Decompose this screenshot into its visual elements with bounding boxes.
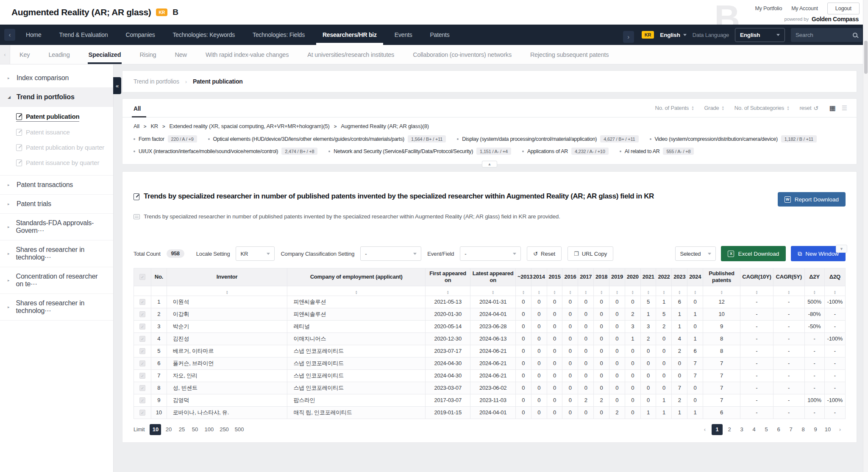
sort-cell[interactable]: ▲▼ bbox=[515, 286, 531, 296]
column-header-2024[interactable]: 2024 bbox=[687, 268, 703, 286]
page-button-2[interactable]: 2 bbox=[724, 424, 735, 435]
path-item[interactable]: Extended reality (XR, spacial computing,… bbox=[170, 123, 330, 129]
page-scrollbar[interactable] bbox=[863, 0, 868, 472]
data-language-select[interactable]: English bbox=[735, 28, 785, 42]
locale-select[interactable]: KR bbox=[236, 246, 275, 261]
sidebar-item-shares-of-researcher-in-technolog[interactable]: ▸Shares of researcher in technolog··· bbox=[0, 240, 113, 267]
filter-reset-button[interactable]: reset ↺ bbox=[799, 105, 818, 112]
company-cell[interactable]: 스냅 인코포레이티드 bbox=[287, 382, 426, 394]
column-header-2019[interactable]: 2019 bbox=[609, 268, 625, 286]
scrollbar-thumb[interactable] bbox=[864, 41, 868, 74]
limit-button-20[interactable]: 20 bbox=[163, 424, 174, 435]
section-collapse-button[interactable]: ▼ bbox=[836, 245, 847, 253]
inventor-cell[interactable]: 박순기 bbox=[167, 320, 287, 332]
company-cell[interactable]: 팝스라인 bbox=[287, 394, 426, 406]
subtab-new[interactable]: New bbox=[165, 45, 196, 64]
company-cell[interactable]: 스냅 인코포레이티드 bbox=[287, 357, 426, 369]
limit-button-10[interactable]: 10 bbox=[150, 424, 161, 435]
company-cell[interactable]: 피앤씨솔루션 bbox=[287, 296, 426, 308]
inventor-cell[interactable]: 이강휘 bbox=[167, 308, 287, 320]
report-download-button[interactable]: W Report Download bbox=[778, 192, 846, 207]
column-header-first-appeared-on[interactable]: First appeared on bbox=[425, 268, 470, 286]
limit-button-25[interactable]: 25 bbox=[176, 424, 187, 435]
subcategory-chip[interactable]: UI/UX (interaction/interface/mobile/soun… bbox=[134, 148, 317, 155]
sort-cell[interactable]: ▲▼ bbox=[609, 286, 625, 296]
sidebar-item-standards-fda-approvals-govern[interactable]: ▸Standards-FDA approvals-Govern··· bbox=[0, 214, 113, 240]
sidebar-item-patent-issuance[interactable]: Patent issuance bbox=[0, 125, 113, 140]
sort-cell[interactable]: ▲▼ bbox=[562, 286, 578, 296]
column-header-2q[interactable]: Δ2Q bbox=[824, 268, 845, 286]
column-header-2013[interactable]: ~2013 bbox=[515, 268, 531, 286]
inventor-cell[interactable]: 베르거, 이타마르 bbox=[167, 345, 287, 357]
subtab-with-rapid-index-value-changes[interactable]: With rapid index-value changes bbox=[196, 45, 298, 64]
subcategory-chip[interactable]: Applications of AR4,232 / A- / +10 bbox=[522, 148, 609, 155]
subtab-rising[interactable]: Rising bbox=[130, 45, 165, 64]
column-header-2016[interactable]: 2016 bbox=[562, 268, 578, 286]
company-cell[interactable]: 레티널 bbox=[287, 320, 426, 332]
row-checkbox[interactable]: ✓ bbox=[139, 348, 145, 354]
column-header-2023[interactable]: 2023 bbox=[672, 268, 687, 286]
ui-language-dropdown[interactable]: English bbox=[660, 32, 686, 38]
nav-item-trend-evaluation[interactable]: Trend & Evaluation bbox=[50, 25, 117, 45]
column-header-cagr-5y[interactable]: CAGR(5Y) bbox=[773, 268, 804, 286]
sort-cell[interactable]: ▲▼ bbox=[547, 286, 562, 296]
subcategory-chip[interactable]: Optical elements (HUD/device/3D/lens/oth… bbox=[208, 135, 446, 142]
column-header-no[interactable]: No. bbox=[151, 268, 167, 286]
my-portfolio-link[interactable]: My Portfolio bbox=[755, 6, 782, 11]
selected-columns-dropdown[interactable]: Selected bbox=[675, 246, 716, 261]
page-button-5[interactable]: 5 bbox=[761, 424, 772, 435]
sort-cell[interactable]: ▲▼ bbox=[687, 286, 703, 296]
company-cell[interactable]: 이매지니어스 bbox=[287, 332, 426, 345]
column-header-2014[interactable]: 2014 bbox=[531, 268, 547, 286]
my-account-link[interactable]: My Account bbox=[791, 6, 818, 11]
sidebar-item-patent-publication[interactable]: Patent publication bbox=[0, 109, 113, 125]
column-header-company-of-employment-applicant[interactable]: Company of employment (applicant) bbox=[287, 268, 426, 286]
row-checkbox[interactable]: ✓ bbox=[139, 336, 145, 342]
inventor-cell[interactable]: 김영덕 bbox=[167, 394, 287, 406]
row-checkbox[interactable]: ✓ bbox=[139, 311, 145, 317]
select-all-checkbox[interactable]: ✓ bbox=[139, 274, 145, 280]
sort-cell[interactable]: ▲▼ bbox=[824, 286, 845, 296]
limit-button-100[interactable]: 100 bbox=[202, 424, 216, 435]
inventor-cell[interactable]: 성, 빈센트 bbox=[167, 382, 287, 394]
pager-next-icon[interactable]: › bbox=[835, 424, 846, 435]
company-cell[interactable]: 스냅 인코포레이티드 bbox=[287, 369, 426, 382]
subtab-scroll-left-icon[interactable]: ‹ bbox=[0, 45, 10, 64]
sort-cell[interactable]: ▲▼ bbox=[167, 286, 287, 296]
subcategory-chip[interactable]: Network and Security (Service&Facility/D… bbox=[328, 148, 511, 155]
path-item[interactable]: All bbox=[134, 123, 139, 129]
nav-item-researchers-hr-biz[interactable]: Researchers/HR biz bbox=[314, 25, 386, 45]
sort-no-of-subcategories[interactable]: No. of Subcategories▲▼ bbox=[734, 105, 790, 111]
column-header-2018[interactable]: 2018 bbox=[594, 268, 609, 286]
filter-collapse-button[interactable]: ▲ bbox=[482, 161, 497, 168]
reset-button[interactable]: ↺ Reset bbox=[527, 246, 562, 261]
column-header-cagr-10y[interactable]: CAGR(10Y) bbox=[740, 268, 773, 286]
breadcrumb-parent[interactable]: Trend in portfolios bbox=[134, 78, 179, 85]
path-item[interactable]: KR bbox=[150, 123, 158, 129]
column-header-inventor[interactable]: Inventor bbox=[167, 268, 287, 286]
inventor-cell[interactable]: 풀커슨, 브라이언 bbox=[167, 357, 287, 369]
subcategory-chip[interactable]: Video (system/compression/distribution/c… bbox=[650, 135, 817, 142]
column-header-2y[interactable]: Δ2Y bbox=[804, 268, 824, 286]
subcategory-chip[interactable]: Form factor220 / A / +9 bbox=[134, 135, 197, 142]
list-view-icon[interactable]: ☰ bbox=[842, 105, 847, 111]
nav-item-events[interactable]: Events bbox=[386, 25, 421, 45]
subtab-collaboration-co-inventors-networks[interactable]: Collaboration (co-inventors) networks bbox=[403, 45, 521, 64]
nav-item-technologies-keywords[interactable]: Technologies: Keywords bbox=[164, 25, 244, 45]
page-button-3[interactable]: 3 bbox=[736, 424, 747, 435]
subcategory-chip[interactable]: AI related to AR555 / A- / +8 bbox=[620, 148, 694, 155]
sort-cell[interactable]: ▲▼ bbox=[656, 286, 672, 296]
company-classification-select[interactable]: - bbox=[360, 246, 421, 261]
sort-cell[interactable]: ▲▼ bbox=[578, 286, 594, 296]
tab-all[interactable]: All bbox=[122, 99, 152, 117]
sidebar-item-shares-of-researcher-in-technolog[interactable]: ▸Shares of researcher in technolog··· bbox=[0, 294, 113, 321]
page-button-1[interactable]: 1 bbox=[712, 424, 723, 435]
nav-item-patents[interactable]: Patents bbox=[421, 25, 458, 45]
inventor-cell[interactable]: 자오, 안리 bbox=[167, 369, 287, 382]
page-button-4[interactable]: 4 bbox=[748, 424, 760, 435]
logout-button[interactable]: Logout bbox=[827, 3, 860, 14]
sidebar-item-patent-publication-by-quarter[interactable]: Patent publication by quarter bbox=[0, 140, 113, 156]
limit-button-250[interactable]: 250 bbox=[217, 424, 231, 435]
sort-cell[interactable]: ▲▼ bbox=[470, 286, 515, 296]
inventor-cell[interactable]: 이원석 bbox=[167, 296, 287, 308]
